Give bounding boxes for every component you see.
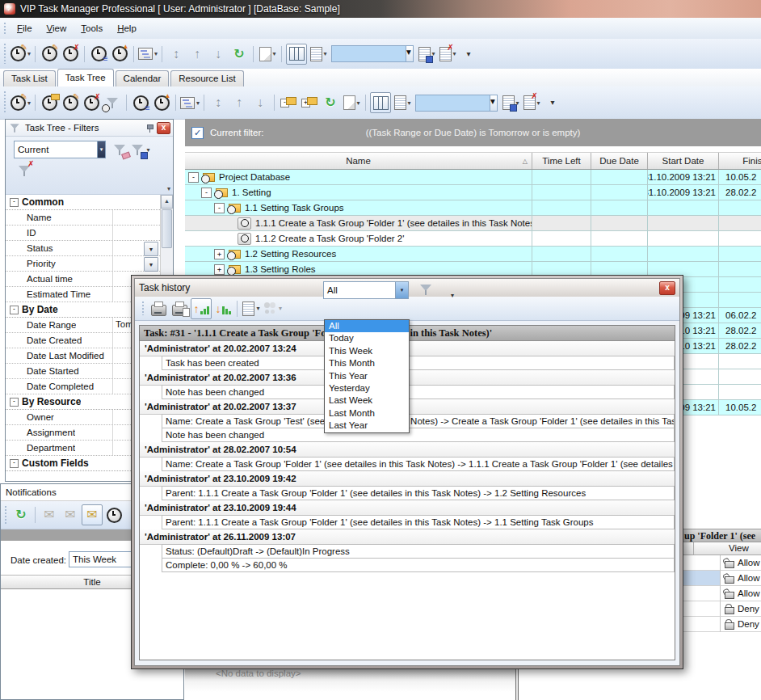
task-row[interactable]: +1.2 Setting Resources [185, 247, 761, 262]
tree-expand-icon[interactable]: + [214, 249, 225, 259]
chevron-down-icon[interactable]: ▾ [273, 50, 276, 57]
filter-save-icon[interactable]: ▾ [131, 140, 150, 159]
pin-icon[interactable] [146, 124, 153, 133]
tab-task-list[interactable]: Task List [3, 70, 56, 86]
filter-field-status[interactable]: Status▼ [6, 241, 173, 256]
duplicate-icon[interactable]: ▾ [342, 93, 361, 112]
chevron-down-icon[interactable]: ▾ [279, 305, 282, 312]
filter-section-common[interactable]: -Common [6, 195, 173, 210]
task-row[interactable]: -1. Setting31.10.2009 13:2128.02.2 [185, 185, 761, 200]
dropdown-button-icon[interactable]: ▼ [144, 242, 158, 256]
move-up-icon[interactable]: ↑ [187, 44, 207, 64]
print-icon[interactable] [149, 299, 168, 318]
report-icon[interactable]: ▾ [242, 299, 261, 318]
toolbar-overflow-icon[interactable]: ▾ [543, 93, 562, 112]
column-header-start-date[interactable]: Start Date [648, 153, 719, 169]
period-option-this-week[interactable]: This Week [325, 345, 409, 357]
period-option-last-week[interactable]: Last Week [325, 394, 409, 407]
filters-toolbar-overflow-icon[interactable]: ▾ [167, 185, 170, 192]
tree-expand-icon[interactable]: - [214, 203, 225, 213]
combo-dropdown-icon[interactable]: ▾ [490, 95, 497, 111]
task-priority-icon[interactable]: ▲ [152, 93, 171, 112]
chevron-down-icon[interactable]: ▾ [27, 50, 31, 57]
refresh-icon[interactable]: ↻ [11, 505, 31, 525]
duplicate-icon[interactable]: ▾ [258, 44, 277, 64]
period-filter-combo[interactable]: All▾ [323, 281, 409, 299]
scrollbar-thumb[interactable] [162, 209, 172, 248]
move-down-icon[interactable]: ↓ [208, 44, 228, 64]
task-row[interactable]: -1.1 Setting Task Groups [185, 200, 761, 216]
toolbar-gripper[interactable] [2, 91, 7, 114]
delete-task-icon[interactable]: ✗ [61, 44, 80, 64]
column-header-due-date[interactable]: Due Date [591, 153, 648, 169]
toolbar-gripper[interactable] [3, 506, 8, 524]
gantt-view-icon[interactable]: ▾ [138, 44, 158, 64]
column-header-name[interactable]: Name△ [185, 153, 532, 169]
toolbar-gripper[interactable] [2, 23, 7, 34]
new-task-icon[interactable]: ✎▾ [11, 93, 31, 112]
task-priority-icon[interactable]: ▲ [110, 44, 129, 64]
chevron-down-icon[interactable]: ▾ [324, 50, 327, 57]
tree-expand-icon[interactable]: - [188, 172, 199, 183]
period-option-last-month[interactable]: Last Month [325, 407, 409, 420]
collapse-box-icon[interactable]: - [10, 459, 19, 468]
resources-icon[interactable]: ▾ [263, 299, 282, 318]
delete-task-icon[interactable]: ✗ [82, 93, 101, 112]
period-option-today[interactable]: Today [325, 332, 409, 344]
tree-expand-icon[interactable]: + [214, 264, 225, 275]
show-new-icon[interactable]: ✉ [82, 504, 103, 525]
filter-field-name[interactable]: Name [6, 210, 173, 226]
collapse-box-icon[interactable]: - [10, 306, 19, 314]
schedule-icon[interactable] [104, 505, 124, 525]
collapse-all-icon[interactable]: - [279, 93, 298, 112]
current-filter-checkbox[interactable]: ✓ [191, 127, 204, 139]
mark-read-icon[interactable]: ✉ [40, 505, 59, 525]
new-task-icon[interactable]: ✎▾ [11, 44, 31, 64]
expand-all-icon[interactable]: + [300, 93, 319, 112]
filter-preset-combo[interactable]: Current▾ [14, 141, 106, 158]
task-row[interactable]: -Project Database31.10.2009 13:2110.05.2 [185, 170, 761, 185]
collapse-box-icon[interactable]: - [10, 398, 19, 407]
filters-close-button[interactable]: x [157, 122, 170, 134]
new-task-group-icon[interactable] [40, 93, 59, 112]
report-icon[interactable]: ▾ [393, 93, 412, 112]
task-details-icon[interactable]: ≡ [89, 44, 108, 64]
menu-help[interactable]: Help [110, 20, 144, 36]
print-preview-icon[interactable] [170, 299, 189, 318]
tree-expand-icon[interactable]: - [201, 188, 212, 198]
view-name-combo[interactable]: ▾ [331, 45, 414, 62]
refresh-icon[interactable]: ↻ [229, 44, 249, 64]
period-option-this-year[interactable]: This Year [325, 370, 409, 382]
column-header-finish[interactable]: Finish [719, 153, 761, 169]
filter-field-priority[interactable]: Priority▼ [6, 256, 173, 272]
window-titlebar[interactable]: ✓ VIP Task Manager Professional [ User: … [0, 0, 761, 18]
refresh-icon[interactable]: ↻ [321, 93, 340, 112]
history-filter-icon[interactable] [419, 283, 433, 297]
chevron-down-icon[interactable]: ▾ [256, 305, 259, 312]
clear-view-icon[interactable]: ✗▾ [522, 93, 541, 112]
gantt-view-icon[interactable]: ▾ [180, 93, 200, 112]
sort-descending-icon[interactable]: ↓ [213, 299, 233, 318]
period-option-last-year[interactable]: Last Year [325, 420, 409, 432]
move-updown-icon[interactable]: ↕ [208, 93, 228, 112]
edit-task-icon[interactable]: ✎ [40, 44, 59, 64]
tab-resource-list[interactable]: Resource List [170, 70, 243, 86]
history-filter-dropdown-icon[interactable]: ▾ [451, 292, 454, 299]
clear-view-icon[interactable]: ✗▾ [438, 44, 457, 64]
menu-tools[interactable]: Tools [74, 20, 110, 36]
task-row[interactable]: 1.1.2 Create a Task Group 'Folder 2' [185, 231, 761, 247]
collapse-box-icon[interactable]: - [10, 198, 19, 207]
tab-calendar[interactable]: Calendar [116, 70, 170, 86]
combo-dropdown-icon[interactable]: ▾ [406, 46, 413, 61]
sort-ascending-icon[interactable]: ↑ [191, 298, 212, 319]
filter-apply-icon[interactable] [110, 140, 129, 159]
move-down-icon[interactable]: ↓ [250, 93, 270, 112]
chevron-down-icon[interactable]: ▾ [408, 99, 411, 107]
dropdown-button-icon[interactable]: ▼ [144, 257, 158, 272]
view-name-combo[interactable]: ▾ [415, 95, 498, 112]
chevron-down-icon[interactable]: ▾ [154, 50, 158, 57]
period-option-all[interactable]: All [325, 320, 409, 332]
save-view-icon[interactable]: ▾ [417, 44, 436, 64]
task-details-icon[interactable]: ≡ [131, 93, 150, 112]
toolbar-overflow-icon[interactable]: ▾ [459, 44, 478, 64]
